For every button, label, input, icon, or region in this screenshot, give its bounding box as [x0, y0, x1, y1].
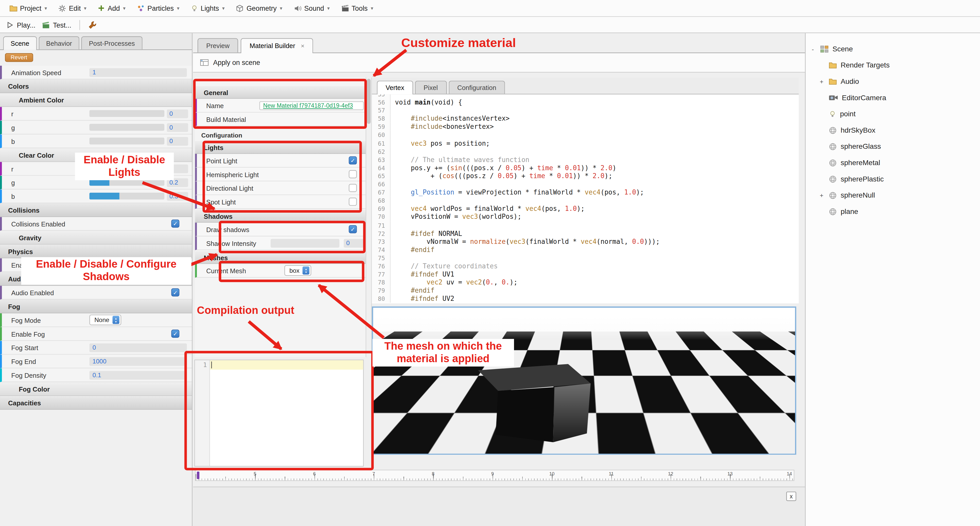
section-shadows[interactable]: Shadows — [195, 210, 366, 223]
enabled-checkbox[interactable]: ✓ — [171, 261, 179, 269]
3d-preview-viewport[interactable] — [372, 306, 796, 455]
revert-button[interactable]: Revert — [5, 53, 33, 62]
fog-density-input[interactable]: 0.1 — [89, 371, 187, 379]
directional-light-checkbox[interactable] — [349, 184, 357, 192]
r-value[interactable]: 0 — [167, 164, 188, 173]
animation-speed-input[interactable]: 1 — [89, 68, 187, 77]
shader-tab-pixel[interactable]: Pixel — [415, 81, 447, 94]
apply-on-scene-button[interactable]: Apply on scene — [213, 59, 260, 66]
tree-item-scene[interactable]: -Scene — [805, 41, 980, 57]
vertical-scrollbar[interactable] — [366, 77, 372, 357]
tab-post-processes[interactable]: Post-Processes — [81, 36, 143, 49]
section-meshes[interactable]: Meshes — [195, 252, 366, 264]
row-shadow-intensity: Shadow Intensity0 — [195, 236, 366, 250]
g-value[interactable]: 0 — [167, 123, 188, 132]
tree-item-plane[interactable]: plane — [805, 203, 980, 220]
timeline-ruler[interactable]: 567891011121314 — [195, 470, 794, 481]
g-slider[interactable] — [89, 179, 164, 186]
g-value[interactable]: 0.2 — [167, 178, 188, 186]
row-build-material[interactable]: Build Material — [195, 112, 366, 126]
g-slider[interactable] — [89, 124, 164, 131]
section-ambient-color[interactable]: Ambient Color — [0, 93, 192, 107]
current-mesh-select[interactable]: box▴▾ — [284, 265, 312, 276]
expand-icon[interactable]: + — [818, 78, 825, 85]
material-name-input[interactable]: New Material f7974187-0d19-4ef3 — [259, 101, 364, 110]
menu-edit[interactable]: Edit▾ — [52, 2, 92, 14]
close-button[interactable]: x — [786, 491, 796, 501]
shader-tab-vertex[interactable]: Vertex — [377, 81, 413, 94]
b-value[interactable]: 0.3 — [167, 192, 188, 200]
b-slider[interactable] — [89, 193, 164, 199]
scrollbar-thumb[interactable] — [367, 79, 371, 124]
section-physics[interactable]: Physics — [0, 245, 192, 258]
test-button[interactable]: Test... — [41, 21, 71, 29]
menu-lights[interactable]: Lights▾ — [185, 2, 230, 14]
tab-material-builder[interactable]: Material Builder× — [241, 38, 313, 53]
close-tab-icon[interactable]: × — [301, 42, 304, 49]
menu-add[interactable]: Add▾ — [92, 3, 131, 14]
playhead[interactable] — [197, 472, 199, 479]
collapse-icon[interactable]: - — [809, 45, 816, 52]
scene-icon — [820, 45, 829, 53]
section-lights[interactable]: Lights — [195, 141, 366, 154]
audio-enabled-checkbox[interactable]: ✓ — [171, 288, 179, 296]
point-light-checkbox[interactable]: ✓ — [349, 156, 357, 164]
section-colors[interactable]: Colors — [0, 80, 192, 93]
menu-geometry[interactable]: Geometry▾ — [230, 2, 288, 14]
shader-tabbar: VertexPixelConfiguration — [372, 77, 799, 94]
wrench-icon[interactable] — [88, 21, 97, 29]
ruler-label: 7 — [372, 471, 375, 477]
tree-item-hdrskybox[interactable]: hdrSkyBox — [805, 122, 980, 138]
r-slider[interactable] — [89, 165, 164, 172]
tree-item-sphereplastic[interactable]: spherePlastic — [805, 171, 980, 187]
tab-scene[interactable]: Scene — [3, 36, 37, 50]
fog-end-input[interactable]: 1000 — [89, 357, 187, 365]
collisions-enabled-checkbox[interactable]: ✓ — [171, 220, 179, 228]
enable-fog-checkbox[interactable]: ✓ — [171, 330, 179, 338]
hemispheric-light-checkbox[interactable] — [349, 170, 357, 179]
expand-icon[interactable]: + — [818, 192, 825, 199]
section-capacities[interactable]: Capacities — [0, 396, 192, 410]
section-fog-color[interactable]: Fog Color — [0, 382, 192, 396]
tree-item-spherenull[interactable]: +sphereNull — [805, 187, 980, 204]
section-gravity[interactable]: Gravity — [0, 231, 192, 245]
mesh-icon — [829, 126, 837, 134]
b-slider[interactable] — [89, 137, 164, 144]
fog-start-input[interactable]: 0 — [89, 343, 187, 352]
tree-item-spheremetal[interactable]: sphereMetal — [805, 155, 980, 171]
play-button[interactable]: Play... — [6, 21, 35, 29]
b-value[interactable]: 0 — [167, 137, 188, 145]
code-line-71: 71 — [372, 221, 799, 229]
shader-tab-configuration[interactable]: Configuration — [449, 81, 505, 94]
tree-item-editorcamera[interactable]: EditorCamera — [805, 89, 980, 106]
shadow-intensity-value[interactable]: 0 — [344, 239, 364, 247]
tree-item-render-targets[interactable]: Render Targets — [805, 57, 980, 73]
draw-shadows-checkbox[interactable]: ✓ — [349, 225, 357, 233]
tab-preview[interactable]: Preview — [197, 38, 239, 53]
section-audio[interactable]: Audio — [0, 272, 192, 286]
code-line-60: 60 — [372, 131, 799, 139]
r-slider[interactable] — [89, 110, 164, 117]
section-fog[interactable]: Fog — [0, 300, 192, 313]
code-line-56: 56void main(void) { — [372, 98, 799, 106]
tree-item-point[interactable]: point — [805, 106, 980, 122]
menu-particles[interactable]: Particles▾ — [131, 2, 185, 14]
vertex-code-editor[interactable]: 55 56void main(void) {57 58 #include<ins… — [372, 94, 799, 303]
section-clear-color[interactable]: Clear Color — [0, 148, 192, 162]
section-collisions[interactable]: Collisions — [0, 203, 192, 217]
row-spot-light: Spot Light — [195, 195, 366, 209]
tree-item-sphereglass[interactable]: sphereGlass — [805, 138, 980, 155]
ruler-label: 6 — [313, 471, 315, 477]
tab-behavior[interactable]: Behavior — [38, 36, 80, 49]
spot-light-checkbox[interactable] — [349, 198, 357, 206]
shadow-intensity-input[interactable] — [270, 239, 339, 247]
ruler-label: 5 — [254, 471, 256, 477]
menu-project[interactable]: Project▾ — [4, 3, 52, 14]
compilation-output-editor[interactable]: 1 — [194, 360, 364, 467]
section-general[interactable]: General — [195, 86, 366, 99]
fog-mode-select[interactable]: None▴▾ — [89, 315, 121, 325]
tree-item-audio[interactable]: +Audio — [805, 73, 980, 89]
menu-sound[interactable]: Sound▾ — [288, 2, 336, 14]
r-value[interactable]: 0 — [167, 109, 188, 118]
menu-tools[interactable]: Tools▾ — [336, 3, 379, 14]
